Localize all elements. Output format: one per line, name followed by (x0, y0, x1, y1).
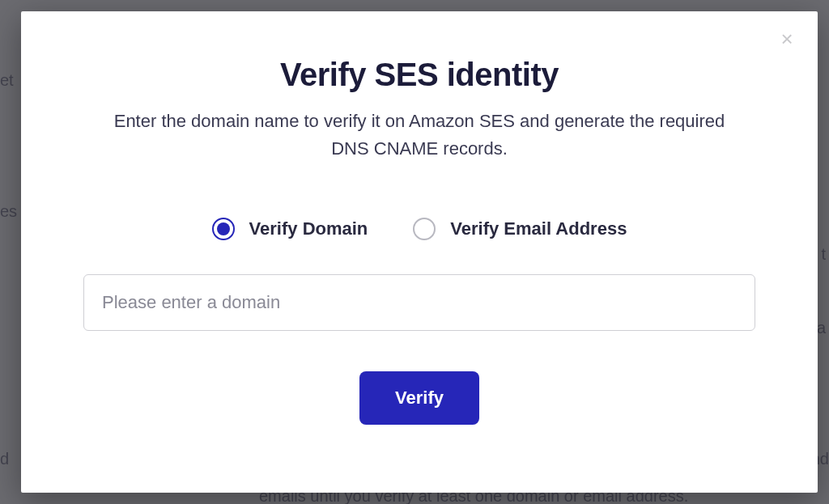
bg-text-fragment: es (0, 202, 17, 221)
radio-dot-icon (217, 222, 230, 235)
verify-domain-radio[interactable]: Verify Domain (212, 218, 368, 240)
verify-email-label: Verify Email Address (450, 218, 627, 239)
verify-button[interactable]: Verify (359, 371, 479, 425)
bg-text-fragment: et (0, 71, 14, 90)
verify-type-radio-group: Verify Domain Verify Email Address (212, 218, 627, 240)
domain-input[interactable] (83, 274, 755, 331)
modal-title: Verify SES identity (280, 57, 559, 93)
close-button[interactable]: × (776, 28, 798, 50)
verify-domain-label: Verify Domain (249, 218, 368, 239)
bg-text-fragment: a (817, 319, 826, 337)
radio-indicator (212, 218, 235, 240)
close-icon: × (780, 28, 793, 49)
verify-ses-identity-modal: × Verify SES identity Enter the domain n… (21, 11, 818, 493)
modal-subtitle: Enter the domain name to verify it on Am… (96, 108, 743, 163)
bg-text-fragment: d (0, 450, 9, 468)
radio-indicator (413, 218, 436, 240)
bg-text-fragment: t (821, 245, 826, 264)
verify-email-radio[interactable]: Verify Email Address (413, 218, 627, 240)
